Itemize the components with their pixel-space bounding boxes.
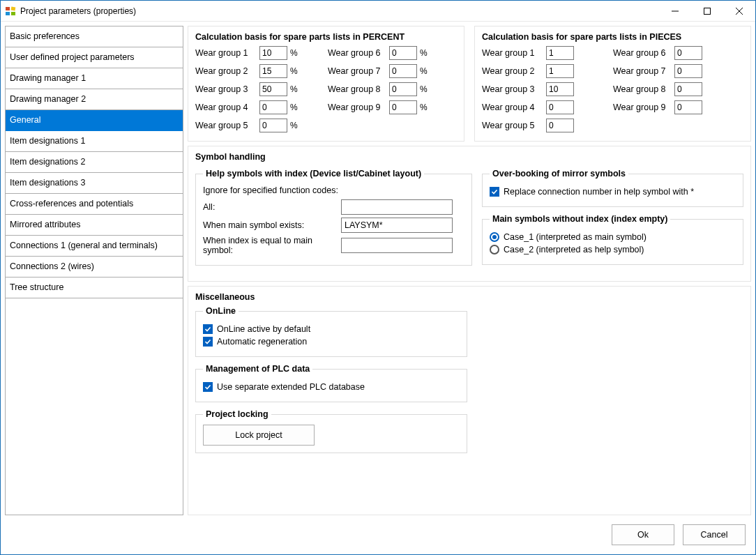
wear-input[interactable] xyxy=(546,64,574,78)
sidebar-item[interactable]: User defined project parameters xyxy=(6,47,183,68)
wear-label: Wear group 7 xyxy=(328,66,386,76)
use-sep-plc-checkbox[interactable]: Use separate extended PLC database xyxy=(203,382,460,392)
case1-radio[interactable]: Case_1 (interpreted as main symbol) xyxy=(490,232,736,242)
close-button[interactable] xyxy=(723,1,755,21)
auto-regen-checkbox[interactable]: Automatic regeneration xyxy=(203,337,460,347)
sidebar-item[interactable]: Drawing manager 2 xyxy=(6,89,183,110)
project-locking-title: Project locking xyxy=(203,409,271,419)
wear-input[interactable] xyxy=(674,100,702,114)
percent-unit: % xyxy=(420,66,431,76)
svg-rect-0 xyxy=(6,7,10,10)
case1-label: Case_1 (interpreted as main symbol) xyxy=(504,232,647,242)
wear-input[interactable] xyxy=(389,82,417,96)
help-symbols-title: Help symbols with index (Device list/Cab… xyxy=(203,169,424,178)
wear-label: Wear group 1 xyxy=(482,48,543,58)
percent-unit: % xyxy=(290,102,301,112)
sidebar-item[interactable]: Item designations 2 xyxy=(6,152,183,173)
help-symbols-group: Help symbols with index (Device list/Cab… xyxy=(195,169,472,266)
minimize-button[interactable] xyxy=(659,1,691,21)
footer: Ok Cancel xyxy=(1,515,755,554)
wear-label: Wear group 2 xyxy=(482,66,543,76)
cancel-button[interactable]: Cancel xyxy=(683,524,746,545)
use-sep-plc-label: Use separate extended PLC database xyxy=(217,382,365,392)
app-icon xyxy=(5,6,16,17)
sidebar-item[interactable]: Drawing manager 1 xyxy=(6,68,183,89)
case2-label: Case_2 (interpreted as help symbol) xyxy=(504,245,644,254)
window: Project parameters (properties) Basic pr… xyxy=(0,0,756,555)
wear-input[interactable] xyxy=(546,46,574,60)
percent-unit: % xyxy=(290,66,301,76)
auto-regen-label: Automatic regeneration xyxy=(217,337,307,347)
project-locking-group: Project locking Lock project xyxy=(195,409,467,453)
sidebar-item[interactable]: Basic preferences xyxy=(6,26,183,47)
window-title: Project parameters (properties) xyxy=(20,6,659,16)
wear-label: Wear group 2 xyxy=(195,66,257,76)
percent-unit: % xyxy=(290,48,301,58)
wear-input[interactable] xyxy=(546,82,574,96)
online-active-label: OnLine active by default xyxy=(217,324,310,334)
all-input[interactable] xyxy=(341,199,453,215)
sidebar: Basic preferencesUser defined project pa… xyxy=(5,26,183,515)
percent-unit: % xyxy=(290,84,301,94)
wear-label: Wear group 3 xyxy=(195,84,257,94)
maximize-button[interactable] xyxy=(691,1,723,21)
wear-label: Wear group 8 xyxy=(328,84,386,94)
replace-checkbox-row[interactable]: Replace connection number in help symbol… xyxy=(490,187,736,197)
sidebar-item[interactable]: Connections 2 (wires) xyxy=(6,257,183,278)
checkbox-icon xyxy=(203,324,213,334)
misc-panel: Miscellaneous OnLine OnLine active by de… xyxy=(188,286,751,515)
wear-label: Wear group 9 xyxy=(328,102,386,112)
maximize-icon xyxy=(704,8,711,15)
wear-input[interactable] xyxy=(674,82,702,96)
wear-label: Wear group 8 xyxy=(613,84,672,94)
wear-input[interactable] xyxy=(674,64,702,78)
wear-input[interactable] xyxy=(389,64,417,78)
content: Calculation basis for spare parts lists … xyxy=(188,26,751,515)
sidebar-item[interactable]: Item designations 1 xyxy=(6,131,183,152)
sidebar-item[interactable]: Tree structure xyxy=(6,278,183,298)
wear-input[interactable] xyxy=(259,46,287,60)
index-equal-input[interactable] xyxy=(341,238,453,253)
replace-label: Replace connection number in help symbol… xyxy=(504,187,694,197)
case2-radio[interactable]: Case_2 (interpreted as help symbol) xyxy=(490,245,736,254)
overbooking-group: Over-booking of mirror symbols Replace c… xyxy=(482,169,743,207)
percent-unit: % xyxy=(290,121,301,130)
right-symbol-col: Over-booking of mirror symbols Replace c… xyxy=(482,166,743,273)
calc-pieces-title: Calculation basis for spare parts lists … xyxy=(482,32,743,42)
wear-input[interactable] xyxy=(674,46,702,60)
wear-label: Wear group 1 xyxy=(195,48,257,58)
wear-input[interactable] xyxy=(259,82,287,96)
sidebar-item[interactable]: Cross-references and potentials xyxy=(6,194,183,215)
body: Basic preferencesUser defined project pa… xyxy=(1,22,755,515)
lock-project-button[interactable]: Lock project xyxy=(203,425,315,446)
calc-percent-title: Calculation basis for spare parts lists … xyxy=(195,32,457,42)
wear-input[interactable] xyxy=(389,46,417,60)
wear-input[interactable] xyxy=(546,100,574,114)
main-exists-input[interactable] xyxy=(341,218,453,233)
wear-input[interactable] xyxy=(546,119,574,132)
online-active-checkbox[interactable]: OnLine active by default xyxy=(203,324,460,334)
checkbox-icon xyxy=(203,337,213,347)
ok-button[interactable]: Ok xyxy=(612,524,674,545)
wear-input[interactable] xyxy=(259,119,287,132)
index-equal-label: When index is equal to main symbol: xyxy=(203,236,335,255)
plc-group: Management of PLC data Use separate exte… xyxy=(195,364,467,402)
svg-rect-5 xyxy=(704,8,711,14)
calc-percent-panel: Calculation basis for spare parts lists … xyxy=(188,26,464,142)
wear-input[interactable] xyxy=(259,100,287,114)
svg-rect-1 xyxy=(11,6,16,10)
all-label: All: xyxy=(203,202,335,212)
minimize-icon xyxy=(672,8,679,15)
sidebar-item[interactable]: Connections 1 (general and terminals) xyxy=(6,236,183,257)
sidebar-item[interactable]: General xyxy=(6,110,183,131)
wear-label: Wear group 5 xyxy=(482,121,543,130)
wear-label: Wear group 5 xyxy=(195,121,257,130)
wear-input[interactable] xyxy=(389,100,417,114)
overbooking-title: Over-booking of mirror symbols xyxy=(490,169,628,178)
wear-input[interactable] xyxy=(259,64,287,78)
checkbox-icon xyxy=(203,382,213,392)
sidebar-item[interactable]: Mirrored attributes xyxy=(6,215,183,236)
wear-percent-grid: Wear group 1%Wear group 6%Wear group 2%W… xyxy=(195,46,457,132)
sidebar-item[interactable]: Item designations 3 xyxy=(6,173,183,194)
radio-off-icon xyxy=(490,245,499,254)
